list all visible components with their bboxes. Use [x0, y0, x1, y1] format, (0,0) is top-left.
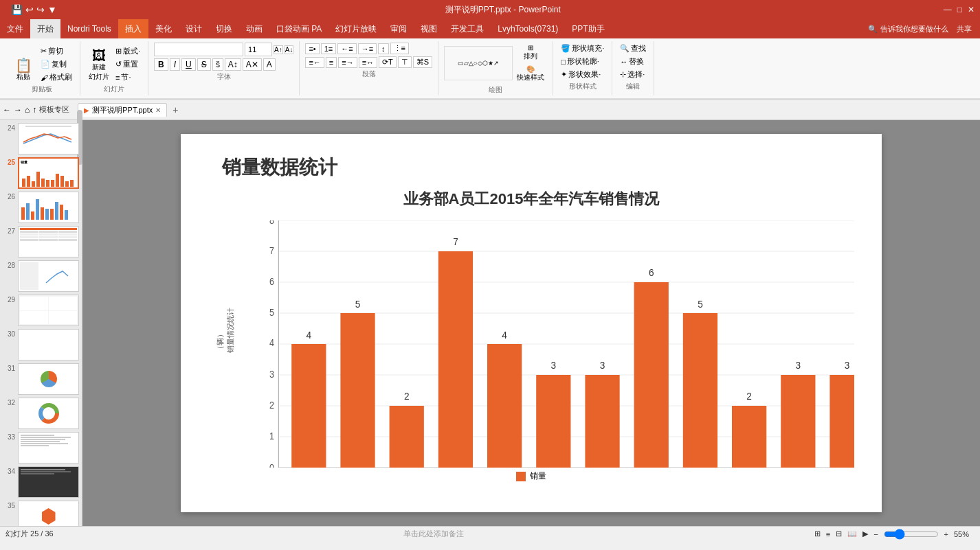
- menu-devtools[interactable]: 开发工具: [444, 19, 491, 38]
- zoom-plus-icon[interactable]: +: [944, 530, 948, 538]
- nav-up-icon[interactable]: ↑: [32, 105, 36, 115]
- align-left-button[interactable]: ≡←: [305, 57, 324, 68]
- shadow-button[interactable]: s̈: [212, 58, 223, 71]
- redo-icon[interactable]: ↪: [36, 4, 45, 15]
- select-button[interactable]: ⊹ 选择·: [618, 69, 648, 80]
- share-btn[interactable]: 共享: [957, 24, 972, 34]
- reset-button[interactable]: ↺ 重置: [113, 58, 142, 70]
- menu-ppthelper[interactable]: PPT助手: [565, 19, 611, 38]
- slide-title[interactable]: 销量数据统计: [222, 154, 337, 181]
- zoom-slider[interactable]: [884, 529, 939, 540]
- undo-icon[interactable]: ↩: [25, 4, 34, 15]
- view-normal-icon[interactable]: ⊞: [814, 529, 821, 538]
- breadcrumb-template[interactable]: 模板专区: [39, 104, 69, 115]
- nav-forward-icon[interactable]: →: [14, 105, 22, 115]
- minimize-icon[interactable]: —: [944, 5, 952, 14]
- shape-fill-button[interactable]: 🪣 形状填充·: [559, 43, 606, 54]
- justify-button[interactable]: ≡↔: [359, 57, 377, 68]
- font-name-input[interactable]: [154, 43, 243, 56]
- bold-button[interactable]: B: [154, 58, 168, 71]
- increase-indent-button[interactable]: →≡: [358, 43, 377, 54]
- view-outline-icon[interactable]: ≡: [826, 530, 830, 538]
- help-search[interactable]: 🔍 告诉我你想要做什么: [868, 24, 948, 34]
- font-size-input[interactable]: [245, 43, 272, 56]
- slide-thumb-25[interactable]: 25 销量: [3, 157, 79, 189]
- menu-animations[interactable]: 动画: [239, 19, 269, 38]
- slide-thumb-28[interactable]: 28: [3, 260, 79, 292]
- zoom-minus-icon[interactable]: −: [873, 530, 878, 538]
- shape-outline-button[interactable]: □ 形状轮廓·: [559, 56, 606, 67]
- slide-thumb-35[interactable]: 35: [3, 501, 79, 526]
- slide-canvas[interactable]: 销量数据统计 业务部A员工2015年全年汽车销售情况 （辆）销量情况统计: [181, 134, 882, 512]
- nav-home-icon[interactable]: ⌂: [25, 105, 30, 115]
- format-painter-button[interactable]: 🖌 格式刷: [38, 71, 74, 83]
- paste-button[interactable]: 📋 粘贴: [10, 57, 37, 83]
- font-grow-button[interactable]: A↑: [274, 45, 283, 54]
- strikethrough-button[interactable]: S: [197, 58, 211, 71]
- save-icon[interactable]: 💾: [11, 4, 23, 15]
- close-icon[interactable]: ✕: [968, 5, 975, 14]
- italic-button[interactable]: I: [170, 58, 180, 71]
- new-slide-button[interactable]: 🖼 新建 幻灯片: [86, 47, 112, 83]
- slide-thumb-27[interactable]: 27: [3, 226, 79, 257]
- font-shrink-button[interactable]: A↓: [285, 45, 294, 54]
- add-tab-button[interactable]: +: [168, 103, 182, 117]
- copy-button[interactable]: 📄 复制: [38, 58, 74, 70]
- menu-slideshow[interactable]: 幻灯片放映: [328, 19, 383, 38]
- menu-home[interactable]: 开始: [30, 19, 60, 38]
- clear-format-button[interactable]: A✕: [243, 58, 262, 71]
- menu-file[interactable]: 文件: [0, 19, 30, 38]
- menu-pocketanim[interactable]: 口袋动画 PA: [269, 19, 328, 38]
- shapes-palette[interactable]: ▭▱△○ ◇⬡★↗: [444, 46, 513, 80]
- menu-bar: 文件 开始 Nordri Tools 插入 美化 设计 切换 动画 口袋动画 P…: [0, 19, 980, 38]
- customize-icon[interactable]: ▼: [47, 4, 57, 15]
- menu-review[interactable]: 审阅: [383, 19, 414, 38]
- arrange-button[interactable]: ⊞ 排列: [514, 43, 547, 62]
- view-browse-icon[interactable]: ⊟: [836, 529, 842, 538]
- menu-theme[interactable]: 设计: [179, 19, 209, 38]
- slide-thumb-32[interactable]: 32: [3, 398, 79, 429]
- quick-styles-button[interactable]: 🎨 快速样式: [514, 64, 547, 84]
- nav-back-icon[interactable]: ←: [3, 105, 11, 115]
- maximize-icon[interactable]: □: [957, 5, 962, 14]
- underline-button[interactable]: U: [181, 58, 196, 71]
- edit-label: 编辑: [626, 82, 640, 91]
- numbering-button[interactable]: 1≡: [321, 43, 337, 54]
- slide-thumb-33[interactable]: 33: [3, 432, 79, 463]
- menu-design[interactable]: 美化: [148, 19, 179, 38]
- menu-insert[interactable]: 插入: [118, 19, 148, 38]
- align-text-button[interactable]: ⊤: [398, 56, 412, 68]
- char-spacing-button[interactable]: A↕: [225, 58, 241, 71]
- align-center-button[interactable]: ≡: [326, 57, 337, 68]
- font-color-button[interactable]: A: [263, 58, 276, 71]
- bullets-button[interactable]: ≡•: [305, 43, 319, 54]
- section-button[interactable]: ≡ 节·: [113, 71, 142, 83]
- replace-button[interactable]: ↔ 替换: [618, 56, 648, 67]
- view-reading-icon[interactable]: 📖: [847, 529, 857, 538]
- convert-smartart-button[interactable]: ⌘S: [413, 56, 432, 68]
- text-direction-button[interactable]: ⟳T: [379, 56, 397, 68]
- slide-thumb-31[interactable]: 31: [3, 363, 79, 395]
- slide-thumb-29[interactable]: 29: [3, 295, 79, 326]
- tab-close-icon[interactable]: ✕: [155, 106, 161, 114]
- menu-lvyhtools[interactable]: LvyhTools(0731): [491, 19, 565, 38]
- slide-thumb-34[interactable]: 34: [3, 466, 79, 498]
- shape-effect-button[interactable]: ✦ 形状效果·: [559, 69, 606, 80]
- line-spacing-button[interactable]: ↕: [378, 43, 389, 54]
- active-file-tab[interactable]: ▶ 测平说明PPT.pptx ✕: [78, 103, 167, 117]
- zoom-level[interactable]: 55%: [954, 530, 975, 538]
- cut-button[interactable]: ✂ 剪切: [38, 45, 74, 57]
- decrease-indent-button[interactable]: ←≡: [337, 43, 356, 54]
- slide-thumb-24[interactable]: 24: [3, 123, 79, 154]
- slide-thumb-26[interactable]: 26: [3, 192, 79, 223]
- menu-view[interactable]: 视图: [414, 19, 444, 38]
- align-right-button[interactable]: ≡→: [338, 57, 357, 68]
- find-button[interactable]: 🔍 查找: [618, 43, 648, 54]
- menu-transitions[interactable]: 切换: [209, 19, 239, 38]
- view-slideshow-icon[interactable]: ▶: [862, 529, 868, 538]
- menu-nordri[interactable]: Nordri Tools: [60, 19, 118, 38]
- layout-button[interactable]: ⊞ 版式·: [113, 45, 142, 57]
- notes-label[interactable]: 单击此处添加备注: [65, 529, 803, 539]
- slide-thumb-30[interactable]: 30: [3, 329, 79, 360]
- columns-button[interactable]: ⋮≡: [390, 43, 409, 54]
